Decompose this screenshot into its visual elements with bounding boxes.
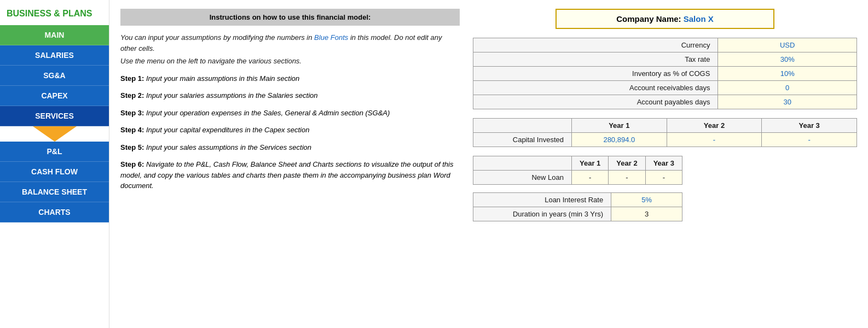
table-row: Loan Interest Rate 5% (473, 193, 682, 207)
sidebar-item-capex[interactable]: CAPEX (0, 86, 109, 106)
ci-year1-value[interactable]: 280,894.0 (572, 133, 667, 147)
loan-section: Year 1 Year 2 Year 3 New Loan - - - (473, 156, 857, 221)
loan-details-table: Loan Interest Rate 5% Duration in years … (473, 192, 682, 221)
new-loan-thead: Year 1 Year 2 Year 3 (473, 156, 682, 171)
assumptions-tbody: Currency USD Tax rate 30% Inventory as %… (473, 38, 857, 109)
inventory-label: Inventory as % of COGS (473, 67, 718, 81)
step-4-text: Input your capital expenditures in the C… (144, 126, 309, 134)
sidebar-item-services[interactable]: SERVICES (0, 106, 109, 126)
instructions-panel: Instructions on how to use this financia… (120, 9, 460, 319)
nl-year1-header: Year 1 (572, 156, 609, 171)
intro-text1: You can input your assumptions by modify… (120, 33, 312, 42)
table-row: Tax rate 30% (473, 52, 857, 67)
sidebar-item-sga[interactable]: SG&A (0, 66, 109, 86)
nl-year1-value[interactable]: - (572, 171, 609, 185)
interest-rate-value[interactable]: 5% (611, 193, 682, 207)
ci-year1-header: Year 1 (572, 119, 667, 133)
nl-year2-header: Year 2 (609, 156, 645, 171)
intro-line1: You can input your assumptions by modify… (120, 32, 460, 54)
table-row: Account payables days 30 (473, 95, 857, 109)
new-loan-table: Year 1 Year 2 Year 3 New Loan - - - (473, 156, 682, 185)
step-2: Step 2: Input your salaries assumptions … (120, 90, 460, 101)
table-row: Account receivables days 0 (473, 81, 857, 95)
table-row: Duration in years (min 3 Yrs) 3 (473, 207, 682, 221)
sidebar-arrow-icon (33, 126, 77, 142)
loan-details-tbody: Loan Interest Rate 5% Duration in years … (473, 193, 682, 221)
receivables-value[interactable]: 0 (718, 81, 857, 95)
table-row: New Loan - - - (473, 171, 682, 185)
step-6-text: Navigate to the P&L, Cash Flow, Balance … (120, 160, 453, 190)
sidebar: BUSINESS & PLANS MAIN SALARIES SG&A CAPE… (0, 0, 109, 328)
table-row: Inventory as % of COGS 10% (473, 67, 857, 81)
sidebar-item-charts[interactable]: CHARTS (0, 202, 109, 222)
inventory-value[interactable]: 10% (718, 67, 857, 81)
ci-row-label: Capital Invested (473, 133, 572, 147)
payables-value[interactable]: 30 (718, 95, 857, 109)
blue-fonts-text: Blue Fonts (314, 33, 348, 42)
step-3-label: Step 3: (120, 109, 144, 117)
payables-label: Account payables days (473, 95, 718, 109)
step-5-label: Step 5: (120, 143, 144, 151)
sidebar-item-balancesheet[interactable]: BALANCE SHEET (0, 182, 109, 202)
main-content: Instructions on how to use this financia… (109, 0, 868, 328)
interest-rate-label: Loan Interest Rate (473, 193, 611, 207)
sidebar-item-pl[interactable]: P&L (0, 142, 109, 162)
tax-rate-label: Tax rate (473, 52, 718, 67)
step-3-text: Input your operation expenses in the Sal… (144, 109, 390, 117)
step-4-label: Step 4: (120, 126, 144, 134)
ci-year2-value[interactable]: - (667, 133, 762, 147)
nl-year3-header: Year 3 (645, 156, 682, 171)
logo: BUSINESS & PLANS (0, 4, 99, 25)
table-row: Capital Invested 280,894.0 - - (473, 133, 857, 147)
step-6: Step 6: Navigate to the P&L, Cash Flow, … (120, 159, 460, 191)
duration-label: Duration in years (min 3 Yrs) (473, 207, 611, 221)
right-panel: Company Name: Salon X Currency USD Tax r… (473, 9, 857, 319)
step-4: Step 4: Input your capital expenditures … (120, 125, 460, 136)
logo-text: BUSINESS & PLANS (7, 9, 92, 18)
intro-line2: Use the menu on the left to navigate the… (120, 56, 460, 67)
step-6-label: Step 6: (120, 160, 144, 168)
step-1: Step 1: Input your main assumptions in t… (120, 73, 460, 84)
new-loan-tbody: New Loan - - - (473, 171, 682, 185)
nl-year2-value[interactable]: - (609, 171, 645, 185)
logo-ampersand: & (54, 9, 60, 18)
ci-year3-header: Year 3 (762, 119, 857, 133)
tax-rate-value[interactable]: 30% (718, 52, 857, 67)
loan-tables: Year 1 Year 2 Year 3 New Loan - - - (473, 156, 682, 221)
nl-year3-value[interactable]: - (645, 171, 682, 185)
table-row: Currency USD (473, 38, 857, 52)
ci-empty-header (473, 119, 572, 133)
duration-value[interactable]: 3 (611, 207, 682, 221)
step-2-text: Input your salaries assumptions in the S… (144, 91, 317, 99)
nl-row-label: New Loan (473, 171, 572, 185)
step-3: Step 3: Input your operation expenses in… (120, 108, 460, 119)
currency-value[interactable]: USD (718, 38, 857, 52)
currency-label: Currency (473, 38, 718, 52)
step-5: Step 5: Input your sales assumptions in … (120, 142, 460, 153)
company-name-box: Company Name: Salon X (555, 9, 774, 29)
capital-invested-thead: Year 1 Year 2 Year 3 (473, 119, 857, 133)
ci-year3-value[interactable]: - (762, 133, 857, 147)
capital-invested-tbody: Capital Invested 280,894.0 - - (473, 133, 857, 147)
assumptions-table: Currency USD Tax rate 30% Inventory as %… (473, 38, 857, 109)
instructions-body: You can input your assumptions by modify… (120, 32, 460, 191)
instructions-header: Instructions on how to use this financia… (120, 9, 460, 26)
sidebar-item-salaries[interactable]: SALARIES (0, 45, 109, 66)
step-1-text: Input your main assumptions in this Main… (144, 74, 299, 83)
ci-year2-header: Year 2 (667, 119, 762, 133)
sidebar-item-main[interactable]: MAIN (0, 25, 109, 45)
step-5-text: Input your sales assumptions in the Serv… (144, 143, 311, 151)
step-1-label: Step 1: (120, 74, 144, 83)
nl-empty-header (473, 156, 572, 171)
capital-invested-table: Year 1 Year 2 Year 3 Capital Invested 28… (473, 118, 857, 147)
sidebar-item-cashflow[interactable]: CASH FLOW (0, 162, 109, 182)
table-row: Year 1 Year 2 Year 3 (473, 156, 682, 171)
table-row: Year 1 Year 2 Year 3 (473, 119, 857, 133)
receivables-label: Account receivables days (473, 81, 718, 95)
step-2-label: Step 2: (120, 91, 144, 99)
company-name[interactable]: Salon X (684, 14, 714, 24)
company-label: Company Name: (616, 14, 684, 24)
